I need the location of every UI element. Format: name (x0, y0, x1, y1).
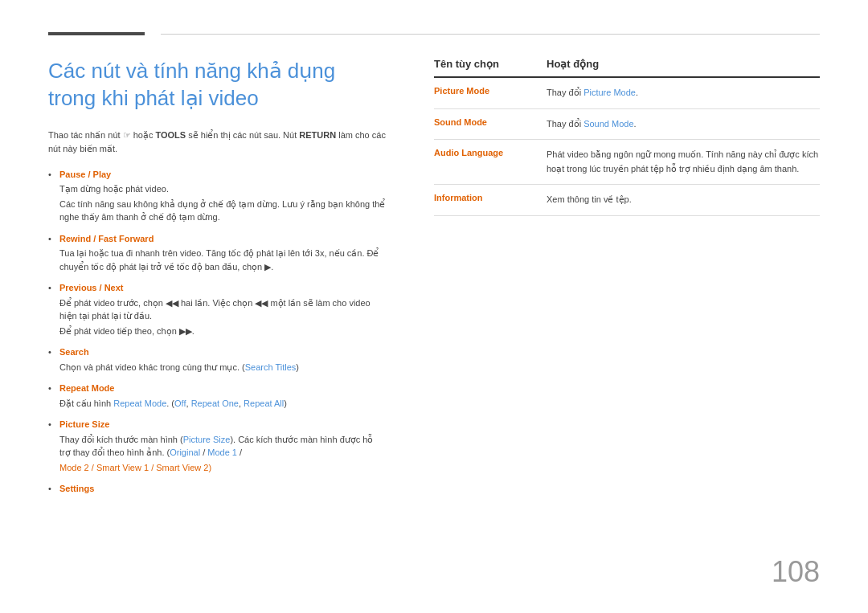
row-option-sound-mode: Sound Mode (434, 117, 547, 127)
table-row: Picture Mode Thay đổi Picture Mode. (434, 78, 820, 109)
smart-view1-link: Smart View 1 (96, 463, 149, 472)
table-row: Audio Language Phát video bằng ngôn ngữ … (434, 140, 820, 185)
original-link: Original (170, 447, 200, 457)
bullet-text: Thay đổi kích thước màn hình (Picture Si… (59, 433, 386, 460)
table-header: Tên tùy chọn Hoạt động (434, 58, 820, 78)
list-item: Previous / Next Để phát video trước, chọ… (48, 281, 386, 337)
off-link: Off (174, 398, 186, 408)
bullet-label: Picture Size (59, 419, 109, 429)
title-line1: Các nút và tính năng khả dụng (48, 59, 335, 83)
left-column: Các nút và tính năng khả dụng trong khi … (48, 58, 386, 504)
bullet-text: Các tính năng sau không khả dụng ở chế đ… (59, 198, 386, 224)
table-row: Information Xem thông tin về tệp. (434, 185, 820, 216)
smart-view2-link: Smart View 2 (156, 463, 208, 472)
top-bar (48, 32, 820, 35)
table-row: Sound Mode Thay đổi Sound Mode. (434, 109, 820, 141)
bullet-text: Đặt cấu hình Repeat Mode. (Off, Repeat O… (59, 397, 386, 411)
row-option-information: Information (434, 193, 547, 202)
row-action-audio-language: Phát video bằng ngôn ngữ mong muốn. Tính… (547, 148, 820, 176)
row-action-picture-mode: Thay đổi Picture Mode. (547, 86, 820, 100)
top-bar-accent (48, 32, 145, 35)
mode1-link: Mode 1 (207, 447, 237, 457)
list-item: Settings (48, 482, 386, 496)
list-item: Pause / Play Tạm dừng hoặc phát video. C… (48, 168, 386, 224)
list-item: Search Chọn và phát video khác trong cùn… (48, 345, 386, 374)
list-item: Rewind / Fast Forward Tua lại hoặc tua đ… (48, 232, 386, 274)
search-titles-link: Search Titles (245, 362, 297, 372)
page-number: 108 (772, 555, 820, 589)
col-action-header: Hoạt động (547, 58, 820, 70)
bullet-text: Để phát video trước, chọn ◀◀ hai lần. Vi… (59, 296, 386, 323)
feature-list: Pause / Play Tạm dừng hoặc phát video. C… (48, 168, 386, 496)
repeat-all-link: Repeat All (244, 398, 284, 408)
row-action-sound-mode: Thay đổi Sound Mode. (547, 117, 820, 132)
row-action-information: Xem thông tin về tệp. (547, 193, 820, 207)
row-option-audio-language: Audio Language (434, 148, 547, 157)
bullet-text: Chọn và phát video khác trong cùng thư m… (59, 361, 386, 374)
right-column: Tên tùy chọn Hoạt động Picture Mode Thay… (434, 58, 820, 504)
bullet-text: Để phát video tiếp theo, chọn ▶▶. (59, 325, 386, 338)
top-bar-line (161, 34, 820, 35)
bullet-label: Repeat Mode (59, 383, 114, 393)
list-item: Picture Size Thay đổi kích thước màn hìn… (48, 418, 386, 474)
repeat-mode-link: Repeat Mode (113, 398, 166, 408)
bullet-text: Tua lại hoặc tua đi nhanh trên video. Tă… (59, 247, 386, 273)
main-layout: Các nút và tính năng khả dụng trong khi … (48, 58, 820, 504)
title-line2: trong khi phát lại video (48, 86, 259, 110)
page-container: Các nút và tính năng khả dụng trong khi … (0, 0, 868, 613)
picture-mode-highlight: Picture Mode (583, 88, 636, 97)
list-item: Repeat Mode Đặt cấu hình Repeat Mode. (O… (48, 382, 386, 410)
bullet-text-extra: Mode 2 / Smart View 1 / Smart View 2) (59, 461, 386, 475)
picture-size-link: Picture Size (183, 435, 231, 444)
sound-mode-highlight: Sound Mode (583, 119, 633, 129)
row-option-picture-mode: Picture Mode (434, 86, 547, 96)
bullet-label: Settings (59, 484, 94, 493)
mode2-link: Mode 2 (59, 463, 89, 472)
intro-paragraph: Thao tác nhấn nút ☞ hoặc TOOLS sẽ hiển t… (48, 129, 386, 157)
bullet-label: Search (59, 347, 89, 357)
col-option-header: Tên tùy chọn (434, 58, 547, 70)
page-title: Các nút và tính năng khả dụng trong khi … (48, 58, 386, 112)
bullet-label: Pause / Play (59, 170, 111, 179)
bullet-label: Rewind / Fast Forward (59, 234, 154, 243)
repeat-one-link: Repeat One (191, 398, 239, 408)
bullet-label: Previous / Next (59, 283, 123, 292)
bullet-text: Tạm dừng hoặc phát video. (59, 182, 386, 196)
